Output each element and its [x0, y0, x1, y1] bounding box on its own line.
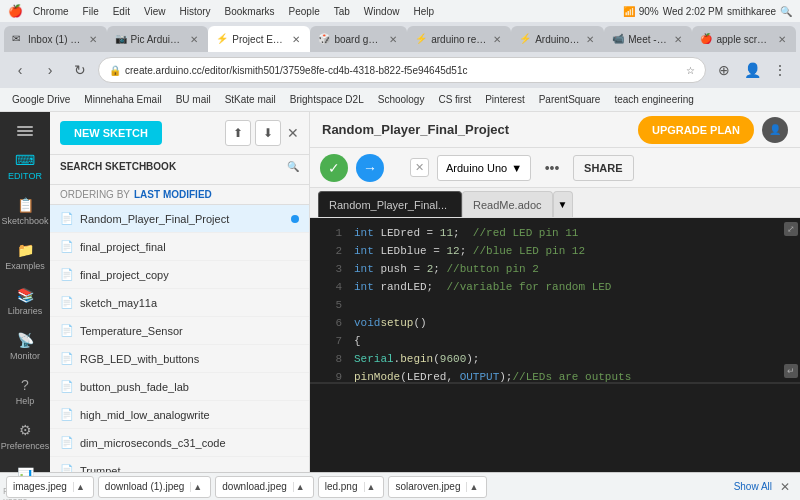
left-nav-monitor-label: Monitor	[10, 351, 40, 361]
import-sketch-button[interactable]: ⬆	[225, 120, 251, 146]
left-nav-libraries[interactable]: 📚 Libraries	[3, 281, 47, 322]
share-button[interactable]: SHARE	[573, 155, 634, 181]
chrome-menu-file[interactable]: File	[79, 6, 103, 17]
code-content[interactable]: int LEDred = 11; //red LED pin 11 int LE…	[346, 218, 784, 382]
close-downloads-button[interactable]: ✕	[776, 480, 794, 494]
download-item-images[interactable]: images.jpeg ▲	[6, 476, 94, 498]
left-nav-help[interactable]: ? Help	[3, 371, 47, 412]
upgrade-plan-button[interactable]: UPGRADE PLAN	[638, 116, 754, 144]
fullscreen-button[interactable]: ⤢	[784, 222, 798, 236]
bookmark-cs-first[interactable]: CS first	[434, 92, 475, 107]
close-sidebar-button[interactable]: ✕	[287, 125, 299, 141]
sketch-item-trumpet[interactable]: 📄 Trumpet	[50, 457, 309, 472]
bookmark-stkate[interactable]: StKate mail	[221, 92, 280, 107]
sketch-item-sketch[interactable]: 📄 sketch_may11a	[50, 289, 309, 317]
sketch-item-temp[interactable]: 📄 Temperature_Sensor	[50, 317, 309, 345]
download-chevron-download1[interactable]: ▲	[190, 482, 204, 492]
show-all-downloads-button[interactable]: Show All	[734, 481, 772, 492]
code-tab-dropdown[interactable]: ▼	[553, 191, 573, 217]
address-bar[interactable]: 🔒 create.arduino.cc/editor/kismith501/37…	[98, 57, 706, 83]
tab-inbox[interactable]: ✉ Inbox (1) - smit... ✕	[4, 26, 107, 52]
tab-meet[interactable]: 📹 Meet - Spe... ✕	[604, 26, 692, 52]
code-editor[interactable]: 1 2 3 4 5 6 7 8 9 10 11 12 13 14 15 16 1…	[310, 218, 800, 382]
tab-title-apple: apple screensh...	[716, 34, 772, 45]
bookmark-schoology[interactable]: Schoology	[374, 92, 429, 107]
tab-apple[interactable]: 🍎 apple screensh... ✕	[692, 26, 796, 52]
monitor-icon: 📡	[17, 332, 34, 348]
left-nav-editor[interactable]: ⌨ EDITOR	[3, 146, 47, 187]
more-options-btn[interactable]: •••	[539, 155, 565, 181]
reload-button[interactable]: ↻	[68, 58, 92, 82]
sketch-item-final2[interactable]: 📄 final_project_final	[50, 233, 309, 261]
profile-button[interactable]: 👤	[740, 58, 764, 82]
chrome-menu-view[interactable]: View	[140, 6, 170, 17]
ordering-value[interactable]: LAST MODIFIED	[134, 189, 212, 200]
download-item-download2[interactable]: download.jpeg ▲	[215, 476, 313, 498]
left-nav-monitor[interactable]: 📡 Monitor	[3, 326, 47, 367]
more-options-button[interactable]: ⋮	[768, 58, 792, 82]
bookmark-bu-mail[interactable]: BU mail	[172, 92, 215, 107]
chrome-menu-chrome[interactable]: Chrome	[29, 6, 73, 17]
download-item-led[interactable]: led.png ▲	[318, 476, 385, 498]
tab-project-editor[interactable]: ⚡ Project Editor -... ✕	[208, 26, 310, 52]
user-avatar[interactable]: 👤	[762, 117, 788, 143]
download-chevron-solaroven[interactable]: ▲	[466, 482, 480, 492]
line-wrap-button[interactable]: ↵	[784, 364, 798, 378]
search-icon[interactable]: 🔍	[780, 6, 792, 17]
tab-close-editor[interactable]: ✕	[290, 33, 302, 46]
download-chevron-download2[interactable]: ▲	[293, 482, 307, 492]
bookmark-parentsquare[interactable]: ParentSquare	[535, 92, 605, 107]
chrome-menu-history[interactable]: History	[175, 6, 214, 17]
chrome-menu-edit[interactable]: Edit	[109, 6, 134, 17]
bookmark-minnehaha[interactable]: Minnehaha Email	[80, 92, 165, 107]
tab-close-board[interactable]: ✕	[387, 33, 399, 46]
extensions-button[interactable]: ⊕	[712, 58, 736, 82]
code-tab-readme[interactable]: ReadMe.adoc	[462, 191, 553, 217]
chrome-menu-apple[interactable]: 🍎	[8, 4, 23, 18]
download-item-solaroven[interactable]: solaroven.jpeg ▲	[388, 476, 487, 498]
remove-tab-button[interactable]: ✕	[410, 158, 429, 177]
tab-board[interactable]: 🎲 board game -... ✕	[310, 26, 407, 52]
left-nav-examples[interactable]: 📁 Examples	[3, 236, 47, 277]
tab-close-inbox[interactable]: ✕	[87, 33, 99, 46]
chrome-menu-window[interactable]: Window	[360, 6, 404, 17]
chrome-menu-people[interactable]: People	[285, 6, 324, 17]
tab-resistor[interactable]: ⚡ arduino resistor... ✕	[407, 26, 511, 52]
tab-arduino-editor[interactable]: ⚡ Arduino Editor ✕	[511, 26, 604, 52]
sketch-item-push[interactable]: 📄 button_push_fade_lab	[50, 373, 309, 401]
sketch-item-copy[interactable]: 📄 final_project_copy	[50, 261, 309, 289]
upload-button[interactable]: →	[356, 154, 384, 182]
left-nav-menu[interactable]	[3, 120, 47, 142]
chrome-menu-help[interactable]: Help	[409, 6, 438, 17]
bookmark-brightspace[interactable]: Brightspace D2L	[286, 92, 368, 107]
bookmark-google-drive[interactable]: Google Drive	[8, 92, 74, 107]
left-nav-sketchbook[interactable]: 📋 Sketchbook	[3, 191, 47, 232]
tab-close-apple[interactable]: ✕	[776, 33, 788, 46]
tab-close-arduino[interactable]: ✕	[584, 33, 596, 46]
tab-close-pic[interactable]: ✕	[188, 33, 200, 46]
search-sketchbook-icon[interactable]: 🔍	[287, 161, 299, 172]
bookmark-teach-eng[interactable]: teach engineering	[610, 92, 698, 107]
sketch-item-analog[interactable]: 📄 high_mid_low_analogwrite	[50, 401, 309, 429]
new-sketch-button[interactable]: NEW SKETCH	[60, 121, 162, 145]
sketch-item-rgb[interactable]: 📄 RGB_LED_with_buttons	[50, 345, 309, 373]
export-sketch-button[interactable]: ⬇	[255, 120, 281, 146]
tab-pic-arduino[interactable]: 📷 Pic Arduino - A... ✕	[107, 26, 209, 52]
board-select-dropdown[interactable]: Arduino Uno ▼	[437, 155, 531, 181]
chrome-menu-bookmarks[interactable]: Bookmarks	[221, 6, 279, 17]
sketch-item-random[interactable]: 📄 Random_Player_Final_Project	[50, 205, 309, 233]
left-nav-preferences[interactable]: ⚙ Preferences	[3, 416, 47, 457]
star-icon[interactable]: ☆	[686, 65, 695, 76]
verify-button[interactable]: ✓	[320, 154, 348, 182]
back-button[interactable]: ‹	[8, 58, 32, 82]
tab-close-meet[interactable]: ✕	[672, 33, 684, 46]
tab-close-resistor[interactable]: ✕	[491, 33, 503, 46]
forward-button[interactable]: ›	[38, 58, 62, 82]
sketch-item-dim[interactable]: 📄 dim_microseconds_c31_code	[50, 429, 309, 457]
chrome-menu-tab[interactable]: Tab	[330, 6, 354, 17]
code-tab-main[interactable]: Random_Player_Final...	[318, 191, 462, 217]
download-chevron-led[interactable]: ▲	[364, 482, 378, 492]
download-chevron-images[interactable]: ▲	[73, 482, 87, 492]
bookmark-pinterest[interactable]: Pinterest	[481, 92, 528, 107]
download-item-download1[interactable]: download (1).jpeg ▲	[98, 476, 211, 498]
